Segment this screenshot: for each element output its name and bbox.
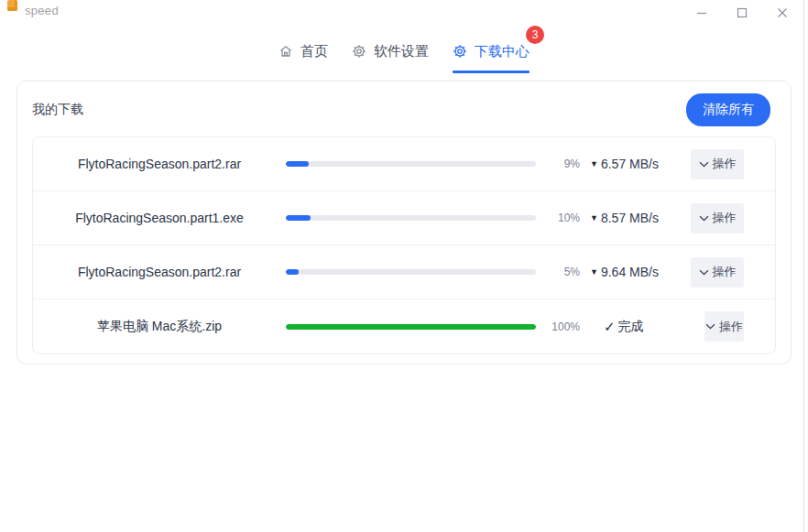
chevron-down-icon [699,269,709,276]
action-button-label: 操作 [713,156,737,172]
active-tab-underline [453,71,530,73]
gear-icon [352,44,366,59]
download-row: FlytoRacingSeason.part2.rar 5% ▼ 9.64 MB… [33,245,775,299]
chevron-down-icon [699,161,709,168]
status-text: 9.64 MB/s [601,265,659,279]
main-nav: 首页 软件设置 下载中心 3 [0,37,808,73]
download-row: FlytoRacingSeason.part2.rar 9% ▼ 6.57 MB… [33,137,775,191]
progress-percent: 100% [536,320,580,333]
progress-track [286,324,536,330]
progress-percent: 9% [536,157,580,170]
progress-track [286,161,536,167]
progress-bar [286,324,536,330]
tab-download-center-label: 下载中心 [475,43,530,60]
progress-percent: 10% [536,212,580,224]
progress-fill [286,161,309,167]
status-text: 6.57 MB/s [601,157,659,171]
window-controls [682,0,803,26]
progress-bar [286,215,536,221]
home-icon [278,44,293,59]
gear-icon [453,44,467,59]
progress-bar [286,161,536,167]
action-button-label: 操作 [713,264,737,280]
status-text: 完成 [618,319,644,335]
section-title: 我的下载 [32,102,83,118]
progress-track [286,215,536,221]
minimize-button[interactable] [682,0,722,26]
close-button[interactable] [762,0,803,26]
download-speed-icon: ▼ [590,214,598,223]
maximize-icon [737,7,748,18]
action-button[interactable]: 操作 [691,203,744,233]
progress-fill [286,215,311,221]
tab-home-label: 首页 [300,43,328,60]
check-icon: ✓ [604,320,616,333]
action-button[interactable]: 操作 [691,257,744,288]
downloads-panel: 我的下载 清除所有 FlytoRacingSeason.part2.rar 9%… [16,81,792,364]
filename: FlytoRacingSeason.part2.rar [33,157,286,171]
tab-settings[interactable]: 软件设置 [352,37,429,73]
action-button[interactable]: 操作 [704,311,744,342]
download-status: ✓ 完成 [604,319,704,335]
progress-track [286,269,536,275]
action-button-label: 操作 [713,210,737,226]
filename: FlytoRacingSeason.part2.rar [33,265,286,279]
progress-bar [286,269,536,275]
tab-settings-label: 软件设置 [374,43,429,60]
download-status: ▼ 9.64 MB/s [590,265,691,279]
progress-fill [286,269,299,275]
scrollbar[interactable] [803,0,804,532]
download-status: ▼ 6.57 MB/s [590,157,691,171]
close-icon [777,7,788,18]
filename: FlytoRacingSeason.part1.exe [33,211,286,225]
download-speed-icon: ▼ [590,268,598,277]
minimize-icon [696,7,707,18]
action-button[interactable]: 操作 [691,149,744,179]
maximize-button[interactable] [722,0,762,26]
download-status: ▼ 8.57 MB/s [590,211,691,225]
chevron-down-icon [705,323,715,330]
chevron-down-icon [699,215,709,222]
app-title: speed [25,4,59,17]
downloads-header: 我的下载 清除所有 [32,94,770,125]
tab-home[interactable]: 首页 [278,37,328,73]
download-speed-icon: ▼ [590,160,598,168]
filename: 苹果电脑 Mac系统.zip [33,319,286,335]
app-logo-icon [7,0,17,11]
status-text: 8.57 MB/s [601,211,659,225]
progress-fill [286,324,536,330]
download-row: 苹果电脑 Mac系统.zip 100% ✓ 完成 操作 [33,299,775,353]
progress-percent: 5% [536,266,580,278]
action-button-label: 操作 [719,319,743,335]
download-list: FlytoRacingSeason.part2.rar 9% ▼ 6.57 MB… [32,136,776,354]
tab-download-center[interactable]: 下载中心 3 [453,37,530,73]
titlebar: speed [0,0,808,26]
download-count-badge: 3 [526,26,544,44]
download-row: FlytoRacingSeason.part1.exe 10% ▼ 8.57 M… [33,191,775,245]
clear-all-button[interactable]: 清除所有 [686,93,770,126]
